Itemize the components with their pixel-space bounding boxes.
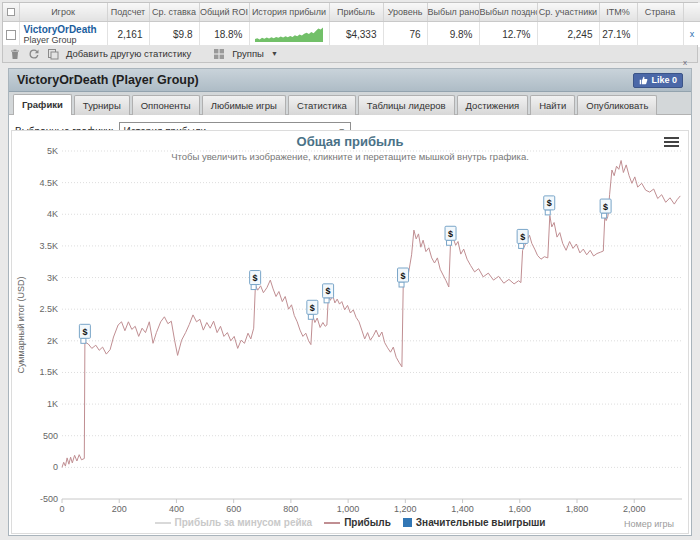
row-checkbox-cell [3, 21, 19, 47]
tab-6[interactable]: Достижения [457, 95, 529, 115]
legend-label: Прибыль [344, 517, 391, 528]
tab-0[interactable]: Графики [13, 94, 72, 115]
svg-text:1,400: 1,400 [451, 504, 474, 514]
remove-row-link[interactable]: x [684, 29, 700, 39]
column-header[interactable]: Уровень [383, 3, 427, 21]
chart-container[interactable]: Общая прибыль Чтобы увеличить изображени… [11, 130, 689, 534]
add-statistic-label[interactable]: Добавить другую статистику [66, 48, 191, 59]
svg-text:2K: 2K [47, 336, 58, 346]
bust-late-cell: 12.7% [479, 21, 537, 47]
tab-3[interactable]: Любимые игры [202, 95, 286, 115]
chart-menu-icon[interactable] [664, 137, 679, 149]
svg-text:1.5K: 1.5K [39, 367, 58, 377]
player-link[interactable]: VictoryOrDeath [20, 24, 107, 35]
svg-text:1,600: 1,600 [509, 504, 532, 514]
svg-text:1,000: 1,000 [337, 504, 360, 514]
significant-win-marker[interactable]: $ [307, 300, 318, 319]
profit-history-cell [249, 21, 329, 47]
column-header[interactable]: Ср. участники [537, 3, 599, 21]
significant-win-marker[interactable]: $ [250, 271, 261, 290]
significant-win-marker[interactable]: $ [398, 268, 409, 287]
column-header[interactable]: Ср. ставка [149, 3, 199, 21]
row-checkbox[interactable] [6, 30, 16, 40]
column-header[interactable]: Прибыль [329, 3, 383, 21]
legend-square-swatch [403, 518, 412, 527]
significant-win-marker[interactable]: $ [517, 229, 528, 248]
tab-2[interactable]: Оппоненты [132, 95, 200, 115]
player-panel: x VictoryOrDeath (Player Group) Like 0 Г… [8, 68, 692, 536]
svg-text:1K: 1K [47, 399, 58, 409]
column-header[interactable]: Подсчет [107, 3, 149, 21]
count-cell: 2,161 [107, 21, 149, 47]
significant-win-marker[interactable]: $ [323, 284, 334, 303]
svg-text:$: $ [547, 198, 552, 208]
svg-text:600: 600 [226, 504, 241, 514]
column-header[interactable]: Выбыл рано [427, 3, 479, 21]
svg-text:4.5K: 4.5K [39, 178, 58, 188]
tab-7[interactable]: Найти [530, 95, 575, 115]
svg-text:$: $ [326, 286, 331, 296]
profit-sparkline [253, 25, 325, 43]
svg-text:3.5K: 3.5K [39, 241, 58, 251]
svg-text:$: $ [520, 232, 525, 242]
chart-title: Общая прибыль [12, 134, 688, 149]
profit-chart-plot: 5K4.5K4K3.5K3K2.5K2K1.5K1K5000-500020040… [12, 131, 688, 533]
svg-text:$: $ [401, 271, 406, 281]
add-statistic-icon[interactable] [47, 48, 59, 60]
legend-item[interactable]: Прибыль за минусом рейка [155, 517, 313, 528]
level-cell: 76 [383, 21, 427, 47]
panel-title: VictoryOrDeath (Player Group) [17, 73, 199, 87]
player-subtitle: Player Group [20, 35, 107, 45]
tab-bar: ГрафикиТурнирыОппонентыЛюбимые игрыСтати… [9, 92, 691, 115]
svg-text:2,000: 2,000 [623, 504, 646, 514]
legend-item[interactable]: Значительные выигрыши [403, 517, 546, 528]
svg-text:4K: 4K [47, 209, 58, 219]
svg-text:$: $ [310, 303, 315, 313]
tab-8[interactable]: Опубликовать [577, 95, 657, 115]
legend-line-swatch [155, 522, 171, 524]
chart-legend: Прибыль за минусом рейкаПрибыльЗначитель… [12, 517, 688, 528]
itm-cell: 27.1% [599, 21, 637, 47]
svg-text:1,800: 1,800 [566, 504, 589, 514]
svg-text:0: 0 [59, 504, 64, 514]
tab-1[interactable]: Турниры [74, 95, 130, 115]
column-header[interactable]: История прибыли [249, 3, 329, 21]
select-all-checkbox[interactable] [7, 8, 15, 16]
avg-entrants-cell: 2,245 [537, 21, 599, 47]
svg-text:-500: -500 [40, 494, 58, 504]
thumbs-up-icon [639, 76, 648, 85]
svg-text:400: 400 [169, 504, 184, 514]
avg-stake-cell: $9.8 [149, 21, 199, 47]
column-header[interactable]: Общий ROI [199, 3, 249, 21]
column-header[interactable]: Игрок [19, 3, 107, 21]
svg-text:200: 200 [112, 504, 127, 514]
column-header[interactable]: Выбыл поздно [479, 3, 537, 21]
tab-4[interactable]: Статистика [288, 95, 356, 115]
svg-text:1,200: 1,200 [394, 504, 417, 514]
close-icon[interactable]: x [683, 58, 687, 67]
like-button[interactable]: Like 0 [633, 73, 683, 88]
significant-win-marker[interactable]: $ [544, 196, 555, 215]
country-cell [637, 21, 683, 47]
svg-text:$: $ [448, 229, 453, 239]
significant-win-marker[interactable]: $ [79, 324, 90, 343]
significant-win-marker[interactable]: $ [600, 199, 611, 218]
column-header[interactable]: ITM% [599, 3, 637, 21]
delete-icon[interactable] [9, 48, 21, 60]
svg-text:$: $ [253, 273, 258, 283]
svg-text:2.5K: 2.5K [39, 304, 58, 314]
legend-item[interactable]: Прибыль [324, 517, 391, 528]
svg-text:500: 500 [43, 431, 58, 441]
groups-icon[interactable] [213, 48, 225, 60]
table-row: VictoryOrDeath Player Group 2,161 $9.8 1… [3, 21, 700, 47]
tab-5[interactable]: Таблицы лидеров [358, 95, 455, 115]
stats-table: ИгрокПодсчетСр. ставкаОбщий ROIИстория п… [2, 2, 698, 48]
legend-label: Прибыль за минусом рейка [175, 517, 313, 528]
groups-caret-icon[interactable]: ▼ [271, 50, 278, 57]
column-header[interactable]: Страна [637, 3, 683, 21]
groups-button[interactable]: Группы [232, 48, 264, 59]
refresh-icon[interactable] [28, 48, 40, 60]
svg-text:Суммарный итог (USD): Суммарный итог (USD) [16, 276, 26, 373]
remove-cell: x [683, 21, 700, 47]
svg-text:0: 0 [53, 462, 58, 472]
